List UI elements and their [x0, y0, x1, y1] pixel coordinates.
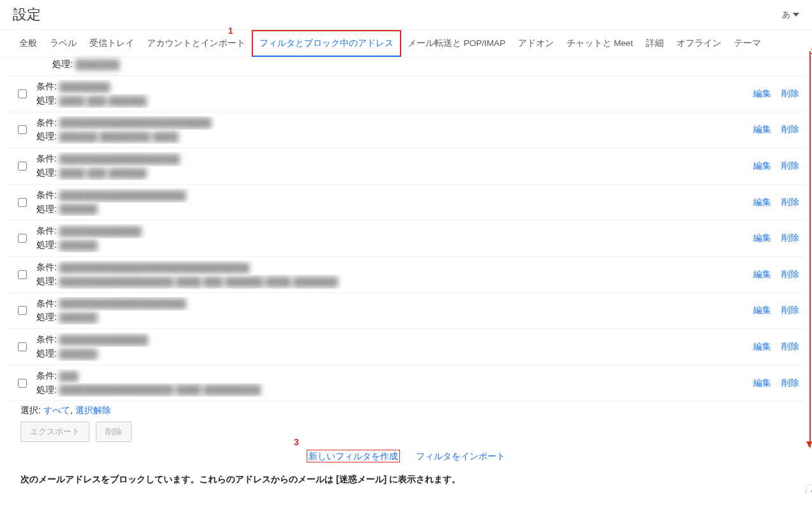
blurred-text: ████████████████████ — [59, 297, 186, 310]
criteria-label: 条件: — [36, 370, 57, 381]
blurred-text: ████ ███ ██████ — [59, 95, 147, 108]
page-title: 設定 — [13, 5, 41, 24]
delete-filter-link[interactable]: 削除 — [781, 197, 799, 208]
edit-filter-link[interactable]: 編集 — [753, 305, 771, 316]
tab-forwarding-pop-imap[interactable]: メール転送と POP/IMAP — [401, 30, 512, 57]
delete-filter-link[interactable]: 削除 — [781, 88, 799, 100]
delete-filter-link[interactable]: 削除 — [781, 160, 799, 172]
filter-checkbox[interactable] — [18, 379, 27, 388]
filter-row: 条件: ███処理: ██████████████████ ████ █████… — [8, 365, 804, 402]
filter-row: 条件: ██████████████処理: ██████編集削除 — [8, 328, 804, 365]
tab-general[interactable]: 全般 — [13, 30, 43, 57]
blurred-text: ██████ — [59, 347, 98, 361]
action-label: 処理: — [36, 348, 57, 358]
input-tools-button[interactable]: あ — [782, 9, 799, 20]
filter-checkbox[interactable] — [18, 89, 27, 98]
filter-row: 条件: ████████████████████処理: ██████編集削除 — [8, 184, 804, 220]
criteria-label: 条件: — [36, 298, 57, 309]
delete-filter-link[interactable]: 削除 — [781, 233, 799, 244]
action-label: 処理: — [36, 312, 57, 322]
filter-checkbox[interactable] — [18, 342, 27, 351]
side-panel-toggle[interactable] — [806, 484, 812, 494]
blurred-text: ██████ — [59, 239, 98, 252]
tab-themes[interactable]: テーマ — [728, 30, 767, 57]
blurred-text: ██████████████████ ████ ███ ██████ ████ … — [59, 275, 338, 289]
edit-filter-link[interactable]: 編集 — [753, 160, 771, 172]
edit-filter-link[interactable]: 編集 — [753, 378, 771, 389]
filter-row: 条件: ████████████████████処理: ██████編集削除 — [8, 293, 804, 329]
tab-inbox[interactable]: 受信トレイ — [83, 30, 141, 57]
tab-advanced[interactable]: 詳細 — [640, 30, 670, 57]
select-all-link[interactable]: すべて — [43, 405, 70, 415]
edit-filter-link[interactable]: 編集 — [753, 269, 771, 280]
filter-checkbox[interactable] — [18, 162, 27, 171]
blurred-text: ██████████████████ ████ █████████ — [59, 383, 261, 397]
dropdown-caret-icon — [793, 11, 799, 18]
delete-filter-link[interactable]: 削除 — [781, 378, 799, 389]
criteria-label: 条件: — [36, 225, 57, 236]
criteria-label: 条件: — [36, 262, 57, 272]
edit-filter-link[interactable]: 編集 — [753, 197, 771, 208]
blocked-addresses-message: 次のメールアドレスをブロックしています。これらのアドレスからのメールは [迷惑メ… — [8, 471, 804, 494]
callout-3: 3 — [294, 437, 299, 447]
filter-list: 条件: ████████処理: ████ ███ ██████編集削除条件: █… — [8, 75, 804, 401]
action-label: 処理: — [36, 131, 57, 141]
action-label: 処理: — [36, 95, 57, 105]
filter-row: 条件: ██████████████████████████████処理: ██… — [8, 256, 804, 293]
edit-filter-link[interactable]: 編集 — [753, 341, 771, 353]
action-label: 処理: — [36, 385, 57, 395]
delete-filter-link[interactable]: 削除 — [781, 269, 799, 280]
select-none-link[interactable]: 選択解除 — [75, 405, 111, 415]
action-label: 処理: — [36, 204, 57, 214]
tab-chat-meet[interactable]: チャットと Meet — [560, 30, 640, 57]
blurred-text: ████ ███ ██████ — [59, 167, 147, 180]
select-label: 選択: — [20, 405, 41, 415]
tab-filters-blocked[interactable]: フィルタとブロック中のアドレス — [252, 30, 401, 57]
delete-button[interactable]: 削除 — [96, 422, 132, 442]
tab-labels[interactable]: ラベル — [43, 30, 83, 57]
criteria-label: 条件: — [36, 81, 57, 91]
action-label: 処理: — [36, 167, 57, 178]
action-label: 処理: — [36, 276, 57, 286]
input-tools-label: あ — [782, 9, 790, 20]
blurred-text: ███ — [59, 370, 79, 383]
filter-row: 条件: █████████████処理: ██████編集削除 — [8, 220, 804, 256]
filter-checkbox[interactable] — [18, 234, 27, 243]
blurred-text: ████████████████████████ — [59, 116, 211, 130]
import-filter-link[interactable]: フィルタをインポート — [416, 451, 505, 461]
select-separator: , — [70, 405, 75, 415]
annotation-arrow — [809, 51, 811, 447]
partial-row-action-label: 処理: — [52, 59, 73, 69]
criteria-label: 条件: — [36, 190, 57, 200]
blurred-text: ██████ — [59, 202, 98, 216]
tab-accounts-import[interactable]: アカウントとインポート — [141, 30, 252, 57]
filter-checkbox[interactable] — [18, 125, 27, 134]
settings-tabs: 全般 ラベル 受信トレイ アカウントとインポート フィルタとブロック中のアドレス… — [0, 29, 812, 57]
filter-row: 条件: ████████████████████████処理: ██████ █… — [8, 112, 804, 148]
blurred-text: ███████████████████ — [59, 153, 180, 166]
edit-filter-link[interactable]: 編集 — [753, 233, 771, 244]
create-new-filter-link[interactable]: 新しいフィルタを作成 — [307, 450, 400, 462]
edit-filter-link[interactable]: 編集 — [753, 88, 771, 100]
criteria-label: 条件: — [36, 334, 57, 344]
delete-filter-link[interactable]: 削除 — [781, 341, 799, 353]
criteria-label: 条件: — [36, 118, 57, 128]
blurred-text: ████████████████████ — [59, 189, 186, 202]
filter-row: 条件: ███████████████████処理: ████ ███ ████… — [8, 148, 804, 184]
delete-filter-link[interactable]: 削除 — [781, 305, 799, 316]
callout-1: 1 — [228, 26, 233, 36]
tab-offline[interactable]: オフライン — [670, 30, 728, 57]
blurred-text: ████████ — [59, 80, 110, 94]
filter-checkbox[interactable] — [18, 198, 27, 207]
blurred-text: ██████████████████████████████ — [59, 261, 250, 275]
criteria-label: 条件: — [36, 153, 57, 164]
delete-filter-link[interactable]: 削除 — [781, 124, 799, 135]
blurred-text: ███████ — [75, 59, 119, 70]
filter-checkbox[interactable] — [18, 306, 27, 315]
tab-addons[interactable]: アドオン — [512, 30, 560, 57]
edit-filter-link[interactable]: 編集 — [753, 124, 771, 135]
filter-checkbox[interactable] — [18, 270, 27, 279]
action-label: 処理: — [36, 240, 57, 250]
blurred-text: ██████████████ — [59, 333, 148, 347]
export-button[interactable]: エクスポート — [20, 422, 89, 442]
